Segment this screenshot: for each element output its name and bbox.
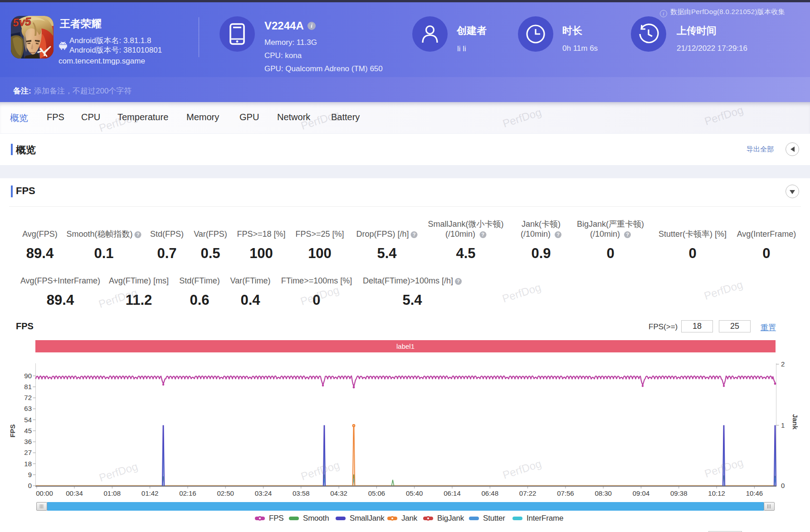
svg-text:06:48: 06:48: [482, 489, 499, 497]
svg-text:5v5: 5v5: [12, 16, 31, 29]
svg-text:02:50: 02:50: [217, 489, 234, 497]
svg-text:09:04: 09:04: [633, 489, 650, 497]
svg-text:63: 63: [24, 405, 32, 412]
svg-text:05:06: 05:06: [368, 489, 385, 497]
svg-text:0: 0: [781, 482, 785, 489]
svg-text:72: 72: [24, 394, 32, 401]
svg-text:27: 27: [24, 449, 32, 456]
svg-text:02:16: 02:16: [179, 489, 196, 497]
svg-text:90: 90: [24, 372, 32, 380]
svg-text:10:12: 10:12: [708, 489, 725, 497]
svg-text:45: 45: [24, 427, 32, 434]
svg-text:06:14: 06:14: [444, 489, 461, 497]
svg-text:36: 36: [24, 438, 32, 445]
svg-text:18: 18: [24, 460, 32, 468]
svg-text:01:42: 01:42: [142, 489, 159, 497]
svg-text:01:08: 01:08: [104, 489, 121, 497]
svg-text:1: 1: [781, 421, 785, 429]
svg-text:07:56: 07:56: [557, 489, 574, 497]
svg-text:08:30: 08:30: [595, 489, 612, 497]
svg-text:54: 54: [24, 416, 32, 424]
svg-text:2: 2: [781, 360, 785, 368]
svg-text:09:38: 09:38: [670, 489, 688, 497]
svg-text:03:58: 03:58: [293, 489, 310, 497]
svg-text:00:34: 00:34: [66, 489, 83, 497]
svg-text:04:32: 04:32: [330, 489, 347, 497]
svg-text:0: 0: [28, 482, 32, 489]
svg-text:81: 81: [24, 383, 32, 390]
svg-text:10:46: 10:46: [746, 489, 763, 497]
svg-text:9: 9: [28, 471, 32, 478]
svg-text:00:00: 00:00: [36, 489, 53, 497]
svg-text:FPS: FPS: [9, 424, 16, 437]
svg-text:Jank: Jank: [791, 414, 799, 430]
svg-text:03:24: 03:24: [255, 489, 272, 497]
svg-text:05:40: 05:40: [406, 489, 423, 497]
svg-text:07:22: 07:22: [519, 489, 537, 497]
